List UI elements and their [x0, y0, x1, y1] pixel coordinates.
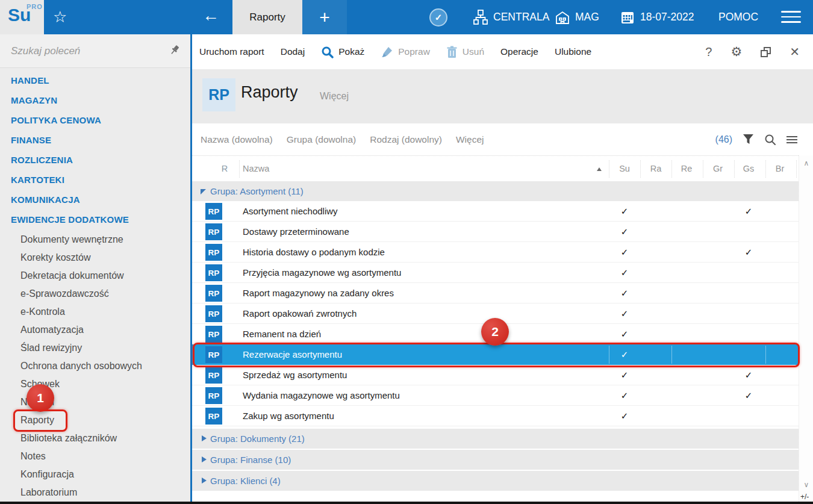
sidebar-item-magazyn[interactable]: MAGAZYN [0, 90, 190, 110]
sidebar-item-dekretacja-dokumentów[interactable]: Dekretacja dokumentów [0, 267, 190, 285]
filter-name[interactable]: Nazwa (dowolna) [201, 134, 273, 145]
column-nazwa[interactable]: Nazwa [243, 156, 269, 182]
main-menu-icon[interactable] [781, 11, 801, 23]
table-row-remanent-na-dzień[interactable]: RPRemanent na dzień✓ [192, 324, 799, 344]
column-gs[interactable]: Gs [737, 156, 761, 182]
scroll-up-icon[interactable]: ∧ [802, 159, 811, 167]
column-ra[interactable]: Ra [644, 156, 668, 182]
table-row-przyjęcia-magazynowe-wg-asortymentu[interactable]: RPPrzyjęcia magazynowe wg asortymentu✓ [192, 263, 799, 283]
help-menu[interactable]: POMOC [718, 0, 758, 34]
table-row-sprzedaż-wg-asortymentu[interactable]: RPSprzedaż wg asortymentu✓✓ [192, 365, 799, 385]
check-gs: ✓ [744, 365, 753, 385]
sidebar-item-automatyzacja[interactable]: Automatyzacja [0, 321, 190, 339]
group-row-finanse[interactable]: Grupa: Finanse (10) [192, 450, 799, 470]
table-row-asortyment-niechodliwy[interactable]: RPAsortyment niechodliwy✓✓ [192, 201, 799, 222]
more-link[interactable]: Więcej [320, 91, 349, 102]
sidebar-item-rozliczenia[interactable]: ROZLICZENIA [0, 150, 190, 170]
group-label: Grupa: Klienci (4) [210, 471, 281, 491]
filter-tools: (46) [715, 123, 797, 155]
gear-icon[interactable]: ⚙ [730, 45, 742, 59]
windows-overlap-icon[interactable] [761, 47, 771, 57]
column-br[interactable]: Br [768, 156, 792, 182]
group-row-asortyment[interactable]: Grupa: Asortyment (11) [192, 181, 799, 201]
sidebar-item-raporty[interactable]: Raporty [0, 411, 190, 429]
funnel-icon[interactable] [743, 134, 754, 145]
sidebar-item-biblioteka-załączników[interactable]: Biblioteka załączników [0, 429, 190, 447]
filter-type[interactable]: Rodzaj (dowolny) [370, 134, 442, 145]
sort-ascending-icon [597, 167, 602, 171]
pin-icon[interactable] [169, 44, 181, 58]
column-gr[interactable]: Gr [706, 156, 730, 182]
search-input[interactable] [11, 42, 161, 61]
check-su: ✓ [620, 283, 629, 303]
check-su: ✓ [620, 222, 629, 242]
sidebar-item-konfiguracja[interactable]: Konfiguracja [0, 465, 190, 484]
sidebar-item-korekty-kosztów[interactable]: Korekty kosztów [0, 249, 190, 267]
favorites-star-icon[interactable]: ☆ [53, 8, 67, 26]
delete-button[interactable]: Usuń [446, 46, 484, 58]
report-name: Sprzedaż wg asortymentu [243, 365, 347, 385]
edit-label: Popraw [398, 46, 430, 57]
column-r[interactable]: R [216, 156, 233, 182]
column-re[interactable]: Re [674, 156, 699, 182]
group-row-klienci[interactable]: Grupa: Klienci (4) [192, 471, 799, 491]
sidebar-item-dokumenty-wewnętrzne[interactable]: Dokumenty wewnętrzne [0, 231, 190, 249]
sidebar-item-komunikacja[interactable]: KOMUNIKACJA [0, 190, 190, 210]
add-button[interactable]: Dodaj [281, 46, 305, 57]
sidebar-item-e-sprawozdawczość[interactable]: e-Sprawozdawczość [0, 285, 190, 303]
table-row-zakup-wg-asortymentu[interactable]: RPZakup wg asortymentu✓ [192, 406, 799, 426]
edit-button[interactable]: Popraw [381, 46, 430, 58]
list-options-icon[interactable] [787, 134, 797, 145]
sidebar-item-handel[interactable]: HANDEL [0, 70, 190, 90]
table-row-wydania-magazynowe-wg-asortymentu[interactable]: RPWydania magazynowe wg asortymentu✓✓ [192, 385, 799, 406]
sidebar-item-polityka-cenowa[interactable]: POLITYKA CENOWA [0, 110, 190, 130]
run-report-button[interactable]: Uruchom raport [199, 46, 264, 57]
sidebar-item-finanse[interactable]: FINANSE [0, 130, 190, 150]
favorites-button[interactable]: Ulubione [555, 46, 591, 57]
logo-pro-label: PRO [26, 3, 43, 10]
report-icon: RP [205, 203, 222, 220]
tab-raporty[interactable]: Raporty [232, 0, 302, 34]
table-row-historia-dostawy-o-podanym-kodzie[interactable]: RPHistoria dostawy o podanym kodzie✓✓ [192, 242, 799, 263]
report-icon: RP [205, 387, 222, 404]
table-row-dostawy-przeterminowane[interactable]: RPDostawy przeterminowane✓ [192, 222, 799, 242]
status-check-icon[interactable]: ✓ [429, 8, 447, 26]
column-separator [609, 160, 609, 178]
warehouse-selector[interactable]: MAG [555, 0, 599, 34]
operations-button[interactable]: Operacje [500, 46, 538, 57]
vertical-scrollbar[interactable]: ∧ ∨ +/- [799, 155, 813, 502]
top-bar: Su PRO ☆ ← Raporty + ✓ CENTRALA MAG 18-0… [0, 0, 813, 34]
show-button[interactable]: Pokaż [321, 46, 364, 58]
back-arrow-icon[interactable]: ← [202, 6, 219, 25]
filter-group[interactable]: Grupa (dowolna) [287, 134, 356, 145]
sidebar-item-schowek[interactable]: Schowek [0, 375, 190, 393]
sidebar-item-notes[interactable]: Notes [0, 447, 190, 465]
app-logo[interactable]: Su PRO [0, 0, 44, 34]
report-icon: RP [205, 244, 222, 261]
new-tab-button[interactable]: + [302, 0, 347, 34]
date-selector[interactable]: 18-07-2022 [620, 0, 694, 34]
sidebar-item-e-kontrola[interactable]: e-Kontrola [0, 303, 190, 321]
search-icon[interactable] [764, 134, 776, 146]
sidebar-item-ochrona-danych-osobowych[interactable]: Ochrona danych osobowych [0, 357, 190, 375]
table-row-raport-magazynowy-na-zadany-okres[interactable]: RPRaport magazynowy na zadany okres✓ [192, 283, 799, 303]
help-icon[interactable]: ? [705, 45, 712, 59]
sidebar-item-ewidencje-dodatkowe[interactable]: EWIDENCJE DODATKOWE [0, 210, 190, 229]
check-su: ✓ [620, 344, 629, 365]
sidebar-item-ślad-rewizyjny[interactable]: Ślad rewizyjny [0, 339, 190, 357]
table-row-rezerwacje-asortymentu[interactable]: RPRezerwacje asortymentu✓ [192, 344, 799, 365]
sidebar-search-row [0, 34, 190, 68]
table-row-raport-opakowań-zwrotnych[interactable]: RPRaport opakowań zwrotnych✓ [192, 303, 799, 324]
zoom-plus-minus[interactable]: +/- [800, 493, 809, 501]
close-icon[interactable]: ✕ [790, 45, 800, 59]
branch-selector[interactable]: CENTRALA [473, 0, 549, 34]
column-su[interactable]: Su [612, 156, 637, 182]
group-row-dokumenty[interactable]: Grupa: Dokumenty (21) [192, 429, 799, 449]
delete-label: Usuń [463, 46, 484, 57]
window-bottom-edge [0, 502, 813, 504]
sidebar-item-naklejki[interactable]: Naklejki [0, 393, 190, 411]
filter-more[interactable]: Więcej [456, 134, 484, 145]
sidebar-item-kartoteki[interactable]: KARTOTEKI [0, 170, 190, 190]
sidebar-item-laboratorium[interactable]: Laboratorium [0, 484, 190, 502]
scroll-down-icon[interactable]: ∨ [802, 481, 811, 489]
